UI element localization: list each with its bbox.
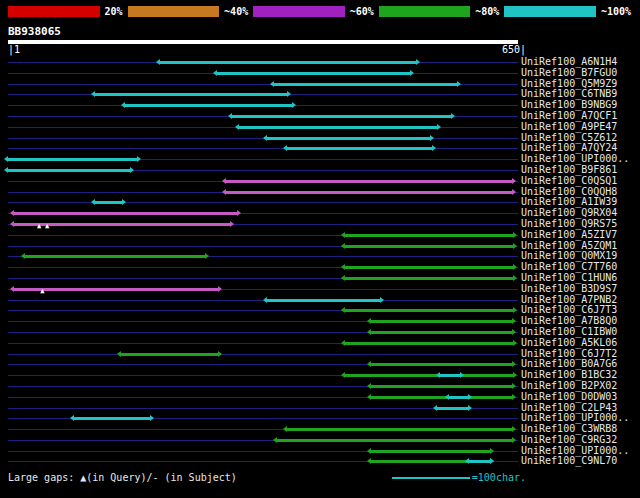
alignment-track [8,122,518,133]
key-percent-label: ~80% [470,6,504,17]
alignment-bar[interactable] [371,396,512,399]
scale-label: =100char. [472,472,526,483]
alignment-track [8,392,518,403]
alignment-bar[interactable] [345,266,513,269]
alignment-bar[interactable] [74,417,150,420]
alignment-track [8,349,518,360]
alignment-bar[interactable] [160,61,416,64]
key-percent-label: ~40% [219,6,253,17]
alignment-track [8,262,518,273]
key-color-segment [128,6,220,17]
alignment-bar[interactable] [371,363,512,366]
alignment-track [8,403,518,414]
alignment-track [8,316,518,327]
row-baseline [8,148,518,149]
alignment-bar[interactable] [449,396,468,399]
alignment-track [8,154,518,165]
alignment-bar[interactable] [226,191,512,194]
alignment-track [8,338,518,349]
hit-label[interactable]: UniRef100_D0DW03 [518,392,617,403]
alignment-bar[interactable] [267,299,380,302]
alignment-bar[interactable] [345,342,513,345]
alignment-bar[interactable] [121,353,218,356]
row-baseline [8,354,518,355]
alignment-bar[interactable] [469,460,489,463]
alignment-track [8,305,518,316]
alignment-track [8,143,518,154]
alignment-track [8,187,518,198]
alignment-track [8,208,518,219]
alignment-bar[interactable] [217,72,409,75]
alignment-bar[interactable] [371,320,512,323]
alignment-bar[interactable] [274,83,457,86]
alignment-bar[interactable] [95,93,286,96]
alignment-bar[interactable] [345,309,513,312]
alignment-bar[interactable] [267,137,430,140]
hit-label[interactable]: UniRef100_A9PE47 [518,122,617,133]
alignment-track [8,176,518,187]
identity-color-key: 20%~40%~60%~80%~100% [8,5,636,18]
alignment-bar[interactable] [8,169,130,172]
alignment-row: UniRef100_D0DW03 [8,392,640,403]
alignment-bar[interactable] [95,201,122,204]
alignment-row: UniRef100_B7FGU0 [8,68,640,79]
alignment-track [8,424,518,435]
alignment-track [8,79,518,90]
alignment-bar[interactable] [14,212,237,215]
scale-line [392,477,470,479]
key-color-segment [379,6,471,17]
alignment-track [8,381,518,392]
footer: Large gaps: ▲(in Query)/- (in Subject) =… [8,472,526,483]
alignment-bar[interactable] [345,374,513,377]
alignment-track [8,241,518,252]
hit-label[interactable]: UniRef100_C0QSQ1 [518,176,617,187]
hit-label[interactable]: UniRef100_C9NL70 [518,456,617,467]
alignment-bar[interactable] [25,255,205,258]
alignment-bar[interactable] [232,115,451,118]
alignment-track [8,230,518,241]
alignment-bar[interactable] [440,374,460,377]
alignment-bar[interactable] [287,428,512,431]
alignment-bar[interactable] [14,288,218,291]
alignment-rows: UniRef100_A6N1H4UniRef100_B7FGU0UniRef10… [8,57,640,467]
alignment-bar[interactable] [437,407,468,410]
alignment-bar[interactable] [8,158,137,161]
alignment-bar[interactable] [226,180,512,183]
alignment-track [8,68,518,79]
alignment-bar[interactable] [277,439,512,442]
key-percent-label: 20% [100,6,128,17]
alignment-track [8,359,518,370]
alignment-bar[interactable] [287,147,431,150]
alignment-bar[interactable] [371,331,512,334]
alignment-bar[interactable] [345,277,513,280]
alignment-row: UniRef100_C9NL70 [8,456,640,467]
key-color-segment [253,6,345,17]
alignment-bar[interactable] [125,104,292,107]
hit-label[interactable]: UniRef100_B3D9S7 [518,284,617,295]
alignment-overview: 20%~40%~60%~80%~100% BB938065 |1 650| Un… [0,0,640,498]
alignment-track [8,133,518,144]
alignment-bar[interactable] [239,126,437,129]
alignment-track [8,456,518,467]
alignment-row: UniRef100_A9PE47 [8,122,640,133]
alignment-track [8,89,518,100]
alignment-track [8,111,518,122]
alignment-track [8,251,518,262]
alignment-row: UniRef100_C0QSQ1 [8,176,640,187]
ruler-end-label: 650| [502,44,526,55]
hit-label[interactable]: UniRef100_A5ZIV7 [518,230,617,241]
alignment-bar[interactable] [345,234,513,237]
alignment-bar[interactable] [345,245,513,248]
alignment-track [8,413,518,424]
key-color-segment [504,6,596,17]
hit-label[interactable]: UniRef100_A5KL06 [518,338,617,349]
alignment-bar[interactable] [371,450,489,453]
alignment-track: ▲ [8,284,518,295]
hit-label[interactable]: UniRef100_B7FGU0 [518,68,617,79]
alignment-bar[interactable] [371,385,512,388]
row-baseline [8,202,518,203]
key-percent-label: ~100% [596,6,636,17]
alignment-track [8,295,518,306]
ruler: |1 650| [8,44,526,56]
alignment-track [8,273,518,284]
